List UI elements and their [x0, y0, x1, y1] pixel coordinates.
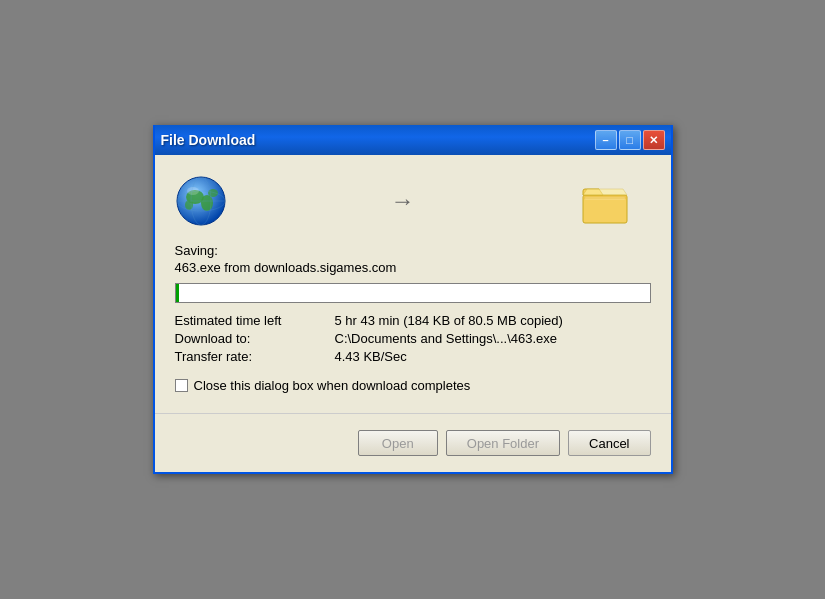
time-left-value: 5 hr 43 min (184 KB of 80.5 MB copied)	[335, 313, 651, 328]
title-bar: File Download – □ ✕	[155, 125, 671, 155]
progress-bar-container	[175, 283, 651, 303]
folder-icon	[579, 175, 631, 227]
open-folder-button[interactable]: Open Folder	[446, 430, 560, 456]
window-title: File Download	[161, 132, 256, 148]
info-section: Saving: 463.exe from downloads.sigames.c…	[175, 243, 651, 393]
time-left-label: Estimated time left	[175, 313, 335, 328]
window-controls: – □ ✕	[595, 130, 665, 150]
window-content: → Saving: 463.exe from downloads.sigames…	[155, 155, 671, 472]
buttons-row: Open Open Folder Cancel	[175, 426, 651, 456]
icons-row: →	[175, 175, 651, 227]
maximize-button[interactable]: □	[619, 130, 641, 150]
close-button[interactable]: ✕	[643, 130, 665, 150]
open-button[interactable]: Open	[358, 430, 438, 456]
file-download-dialog: File Download – □ ✕	[153, 125, 673, 474]
arrow-icon: →	[391, 187, 415, 215]
svg-rect-11	[585, 197, 625, 200]
svg-point-3	[185, 200, 193, 210]
saving-label: Saving:	[175, 243, 651, 258]
progress-bar-fill	[176, 284, 179, 302]
download-to-value: C:\Documents and Settings\...\463.exe	[335, 331, 651, 346]
close-dialog-checkbox[interactable]	[175, 379, 188, 392]
globe-icon	[175, 175, 227, 227]
checkbox-label: Close this dialog box when download comp…	[194, 378, 471, 393]
divider	[155, 413, 671, 414]
svg-point-8	[187, 187, 199, 195]
checkbox-row: Close this dialog box when download comp…	[175, 378, 651, 393]
minimize-button[interactable]: –	[595, 130, 617, 150]
download-to-label: Download to:	[175, 331, 335, 346]
transfer-rate-label: Transfer rate:	[175, 349, 335, 364]
details-grid: Estimated time left 5 hr 43 min (184 KB …	[175, 313, 651, 364]
transfer-rate-value: 4.43 KB/Sec	[335, 349, 651, 364]
filename-label: 463.exe from downloads.sigames.com	[175, 260, 651, 275]
cancel-button[interactable]: Cancel	[568, 430, 650, 456]
svg-point-4	[208, 189, 218, 197]
